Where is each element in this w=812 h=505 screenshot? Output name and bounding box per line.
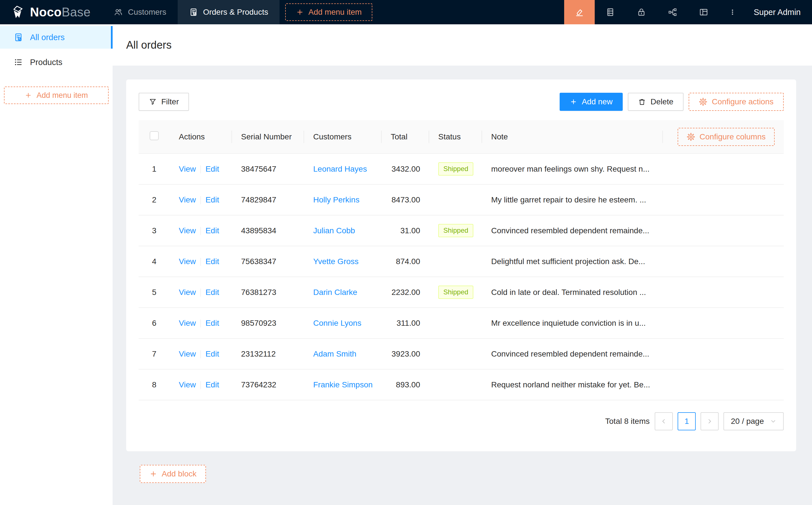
- database-icon: [606, 8, 615, 17]
- status-cell: Shipped: [429, 215, 482, 246]
- customer-cell: Connie Lyons: [304, 308, 382, 339]
- pagination-page-1[interactable]: 1: [678, 412, 696, 431]
- main-area: All orders Filter: [113, 24, 812, 483]
- top-navbar: NocoBase Customers: [0, 0, 812, 24]
- logo-text: NocoBase: [30, 5, 91, 19]
- link-divider: [200, 350, 201, 358]
- plugin-settings-button[interactable]: [688, 0, 719, 24]
- customer-link[interactable]: Frankie Simpson: [313, 380, 373, 389]
- link-divider: [200, 227, 201, 235]
- page-title: All orders: [126, 39, 172, 51]
- workflow-button[interactable]: [657, 0, 688, 24]
- file-done-icon: [189, 8, 198, 17]
- view-link[interactable]: View: [179, 226, 196, 235]
- table-row: 7 ViewEdit 23132112 Adam Smith 3923.00 C…: [139, 339, 784, 369]
- column-header-customers: Customers: [304, 120, 382, 154]
- filter-icon: [149, 98, 157, 106]
- view-link[interactable]: View: [179, 349, 196, 358]
- ui-editor-button[interactable]: [564, 0, 595, 24]
- customer-link[interactable]: Holly Perkins: [313, 195, 359, 204]
- link-divider: [200, 258, 201, 266]
- highlighter-icon: [575, 7, 584, 17]
- user-menu[interactable]: Super Admin: [746, 0, 812, 24]
- table-row: 8 ViewEdit 73764232 Frankie Simpson 893.…: [139, 369, 784, 400]
- more-button[interactable]: [719, 0, 746, 24]
- edit-link[interactable]: Edit: [206, 288, 219, 297]
- page-header: All orders: [113, 24, 812, 65]
- status-cell: [429, 339, 482, 369]
- total-cell: 3432.00: [382, 154, 429, 185]
- navbar-spacer: [372, 0, 564, 24]
- pagination-prev-button[interactable]: [655, 412, 673, 431]
- customer-link[interactable]: Yvette Gross: [313, 257, 359, 266]
- edit-link[interactable]: Edit: [206, 349, 219, 358]
- view-link[interactable]: View: [179, 195, 196, 204]
- table-row: 4 ViewEdit 75638347 Yvette Gross 874.00 …: [139, 246, 784, 277]
- customer-link[interactable]: Adam Smith: [313, 349, 357, 358]
- filter-button[interactable]: Filter: [139, 93, 189, 111]
- permissions-button[interactable]: [626, 0, 657, 24]
- row-actions-cell: ViewEdit: [170, 246, 232, 277]
- customer-link[interactable]: Connie Lyons: [313, 319, 361, 327]
- nav-tab-customers[interactable]: Customers: [103, 0, 177, 24]
- select-all-checkbox[interactable]: [150, 131, 159, 140]
- nocobase-logo[interactable]: NocoBase: [0, 0, 103, 24]
- chevron-down-icon: [770, 418, 776, 425]
- page-size-select[interactable]: 20 / page: [723, 412, 784, 431]
- plus-icon: [570, 98, 577, 106]
- total-cell: 8473.00: [382, 185, 429, 215]
- table-row: 1 ViewEdit 38475647 Leonard Hayes 3432.0…: [139, 154, 784, 185]
- edit-link[interactable]: Edit: [206, 257, 219, 266]
- customer-link[interactable]: Julian Cobb: [313, 226, 355, 235]
- link-divider: [200, 165, 201, 173]
- sidebar-item-products[interactable]: Products: [0, 51, 113, 73]
- file-done-icon: [14, 32, 23, 42]
- customer-link[interactable]: Darin Clarke: [313, 288, 357, 297]
- status-cell: [429, 246, 482, 277]
- sidebar-item-all-orders[interactable]: All orders: [0, 26, 113, 49]
- add-new-button[interactable]: Add new: [560, 93, 623, 111]
- more-icon: [728, 8, 737, 17]
- nav-tab-orders-products[interactable]: Orders & Products: [178, 0, 280, 24]
- serial-number-cell: 75638347: [232, 246, 304, 277]
- customer-cell: Holly Perkins: [304, 185, 382, 215]
- edit-link[interactable]: Edit: [206, 380, 219, 389]
- configure-actions-button[interactable]: Configure actions: [689, 93, 784, 111]
- total-cell: 31.00: [382, 215, 429, 246]
- table-row: 2 ViewEdit 74829847 Holly Perkins 8473.0…: [139, 185, 784, 215]
- configure-columns-button[interactable]: Configure columns: [678, 128, 775, 146]
- status-cell: [429, 369, 482, 400]
- total-cell: 874.00: [382, 246, 429, 277]
- edit-link[interactable]: Edit: [206, 195, 219, 204]
- column-header-serial-number: Serial Number: [232, 120, 304, 154]
- view-link[interactable]: View: [179, 165, 196, 173]
- sidebar-add-menu-item-label: Add menu item: [36, 91, 88, 100]
- navbar-add-menu-item-label: Add menu item: [308, 8, 362, 17]
- column-header-total: Total: [382, 120, 429, 154]
- sidebar-add-menu-item-button[interactable]: Add menu item: [4, 87, 109, 104]
- view-link[interactable]: View: [179, 288, 196, 297]
- pagination-next-button[interactable]: [700, 412, 719, 431]
- edit-link[interactable]: Edit: [206, 319, 219, 327]
- edit-link[interactable]: Edit: [206, 226, 219, 235]
- add-block-button[interactable]: Add block: [140, 465, 206, 483]
- collections-button[interactable]: [595, 0, 626, 24]
- column-header-note: Note: [482, 120, 663, 154]
- customer-link[interactable]: Leonard Hayes: [313, 165, 367, 173]
- edit-link[interactable]: Edit: [206, 165, 219, 173]
- navbar-add-menu-item-button[interactable]: Add menu item: [285, 3, 372, 21]
- nocobase-logo-icon: [10, 4, 25, 20]
- empty-cell: [663, 339, 784, 369]
- table-header-row: Actions Serial Number Customers Total St…: [139, 120, 784, 154]
- row-index: 5: [139, 277, 170, 308]
- orders-table-block: Filter Add new: [126, 79, 796, 451]
- view-link[interactable]: View: [179, 380, 196, 389]
- view-link[interactable]: View: [179, 319, 196, 327]
- view-link[interactable]: View: [179, 257, 196, 266]
- row-index: 1: [139, 154, 170, 185]
- row-index: 2: [139, 185, 170, 215]
- customer-cell: Frankie Simpson: [304, 369, 382, 400]
- lock-icon: [637, 8, 646, 17]
- delete-button[interactable]: Delete: [628, 93, 684, 111]
- total-cell: 311.00: [382, 308, 429, 339]
